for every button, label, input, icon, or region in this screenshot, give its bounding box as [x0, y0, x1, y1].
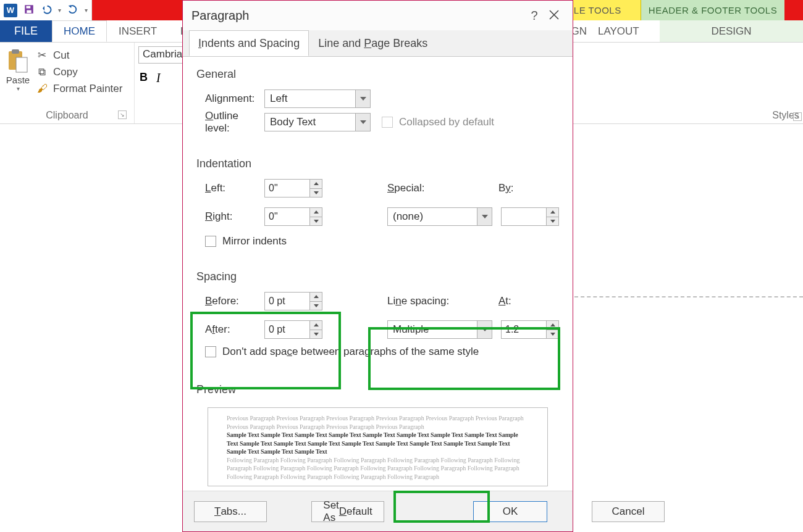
- special-indent-combo[interactable]: (none): [387, 207, 492, 226]
- close-button[interactable]: [544, 9, 564, 23]
- alignment-combo[interactable]: Left: [264, 89, 371, 108]
- indent-right-label: Right:Right:: [196, 210, 264, 223]
- dialog-title: Paragraph: [191, 9, 249, 23]
- special-label: S: [387, 182, 394, 194]
- spinner-up-icon[interactable]: [310, 293, 322, 302]
- chevron-down-icon: [355, 90, 370, 107]
- line-spacing-combo[interactable]: Multiple: [387, 320, 492, 339]
- undo-more-icon[interactable]: ▾: [58, 7, 61, 14]
- spinner-down-icon[interactable]: [547, 330, 558, 339]
- spinner-up-icon[interactable]: [310, 208, 322, 217]
- before-spinner[interactable]: 0 pt: [264, 292, 322, 310]
- preview-section: Preview Previous Paragraph Previous Para…: [196, 380, 559, 486]
- table-tools-layout-tab[interactable]: LAYOUT: [598, 20, 660, 42]
- clipboard-launcher-icon[interactable]: ↘: [118, 110, 127, 119]
- dialog-button-row: Tabs...Tabs... Set As DefaultSet As Defa…: [183, 491, 573, 531]
- preview-sample-text: Sample Text Sample Text Sample Text Samp…: [227, 431, 529, 456]
- before-value: 0 pt: [265, 293, 309, 310]
- indent-left-spinner[interactable]: 0": [264, 179, 322, 197]
- spinner-down-icon[interactable]: [310, 189, 322, 197]
- brush-icon: 🖌: [36, 83, 48, 95]
- line-spacing-label: Line spacing:Line spacing:: [387, 295, 498, 307]
- chevron-down-icon: [477, 321, 492, 338]
- indent-right-value: 0": [265, 208, 309, 225]
- font-group: Cambria B I: [135, 43, 184, 123]
- dont-add-space-checkbox[interactable]: [205, 346, 216, 357]
- indent-left-label: Left:Left:: [196, 182, 264, 194]
- chevron-down-icon: [477, 208, 492, 225]
- after-value: 0 pt: [265, 321, 309, 338]
- clipboard-group: Paste ▾ ✂ Cut ⧉ Copy 🖌 Format Painter Cl: [0, 43, 135, 123]
- svg-rect-1: [27, 6, 31, 8]
- indentation-heading: Indentation: [196, 154, 559, 177]
- preview-following-text: Following Paragraph Following Paragraph …: [227, 456, 529, 481]
- svg-rect-2: [27, 10, 32, 13]
- dialog-tabs: IIndents and Spacingndents and Spacing L…: [183, 30, 573, 56]
- by-spinner[interactable]: [501, 207, 559, 226]
- paste-button[interactable]: Paste ▾: [4, 46, 32, 108]
- tab-line-page-breaks[interactable]: Line and Page BreaksLine and Page Breaks: [309, 30, 437, 56]
- outline-level-value: Body Text: [265, 116, 355, 128]
- preview-heading: Preview: [196, 380, 559, 402]
- paste-icon: [7, 49, 28, 73]
- file-tab[interactable]: FILE: [0, 20, 52, 42]
- font-name-combo[interactable]: Cambria: [138, 46, 183, 64]
- clipboard-group-label: Clipboard ↘: [4, 108, 130, 123]
- bold-button[interactable]: B: [140, 71, 148, 85]
- titlebar-red-end: [784, 0, 803, 20]
- at-spinner[interactable]: 1.2: [501, 320, 559, 339]
- by-value: [502, 208, 546, 225]
- copy-button[interactable]: ⧉ Copy: [36, 66, 122, 78]
- indentation-section: Indentation Left:Left: 0" Right:Right: 0…: [196, 154, 559, 252]
- dialog-titlebar: Paragraph ?: [183, 1, 573, 30]
- before-label: Before:Before:: [196, 295, 264, 307]
- save-icon[interactable]: [23, 4, 35, 17]
- styles-launcher-icon[interactable]: ↘: [793, 112, 802, 121]
- spinner-up-icon[interactable]: [547, 208, 558, 217]
- help-button[interactable]: ?: [524, 9, 544, 23]
- tabs-button[interactable]: Tabs...Tabs...: [194, 501, 267, 522]
- spinner-down-icon[interactable]: [310, 330, 322, 339]
- home-tab[interactable]: HOME: [52, 20, 107, 42]
- spinner-down-icon[interactable]: [310, 217, 322, 226]
- after-spinner[interactable]: 0 pt: [264, 320, 322, 339]
- paste-label: Paste: [6, 75, 30, 85]
- spinner-up-icon[interactable]: [547, 321, 558, 330]
- header-footer-design-tab[interactable]: DESIGN: [660, 20, 803, 42]
- cancel-button[interactable]: Cancel: [592, 501, 665, 522]
- format-painter-button[interactable]: 🖌 Format Painter: [36, 83, 122, 95]
- paste-more-icon[interactable]: ▾: [17, 85, 20, 92]
- italic-button[interactable]: I: [156, 71, 161, 85]
- header-boundary-line: [574, 296, 803, 297]
- undo-icon[interactable]: [41, 4, 52, 17]
- collapsed-label: Collapsed by default: [399, 116, 494, 128]
- outline-level-combo[interactable]: Body Text: [264, 113, 371, 131]
- ok-button[interactable]: OK: [473, 501, 547, 522]
- tab-indents-spacing[interactable]: IIndents and Spacingndents and Spacing: [189, 30, 309, 56]
- cut-label: Cut: [53, 49, 69, 62]
- general-section: General Alignment:Alignment: Left Outlin…: [196, 64, 559, 134]
- general-heading: General: [196, 64, 559, 87]
- preview-previous-text: Previous Paragraph Previous Paragraph Pr…: [227, 414, 529, 431]
- spinner-down-icon[interactable]: [310, 302, 322, 310]
- line-spacing-value: Multiple: [388, 323, 477, 336]
- after-label: After:After:: [196, 323, 264, 336]
- redo-icon[interactable]: [67, 4, 78, 17]
- format-painter-label: Format Painter: [53, 83, 122, 95]
- indent-right-spinner[interactable]: 0": [264, 207, 322, 226]
- cut-button[interactable]: ✂ Cut: [36, 49, 122, 62]
- insert-tab[interactable]: INSERT: [107, 20, 169, 42]
- spinner-up-icon[interactable]: [310, 321, 322, 330]
- customize-qat-icon[interactable]: ▾: [85, 7, 88, 14]
- paragraph-dialog: Paragraph ? IIndents and Spacingndents a…: [182, 0, 573, 532]
- styles-group-label: Styles ↘: [768, 43, 803, 123]
- by-label: By:By:: [498, 182, 514, 194]
- collapsed-checkbox: [382, 117, 393, 128]
- set-as-default-button[interactable]: Set As DefaultSet As Default: [311, 501, 384, 522]
- dialog-body: General Alignment:Alignment: Left Outlin…: [183, 56, 573, 491]
- spinner-up-icon[interactable]: [310, 180, 322, 189]
- spinner-down-icon[interactable]: [547, 217, 558, 226]
- mirror-indents-checkbox[interactable]: [205, 236, 216, 247]
- scissors-icon: ✂: [36, 49, 48, 62]
- copy-label: Copy: [53, 66, 78, 78]
